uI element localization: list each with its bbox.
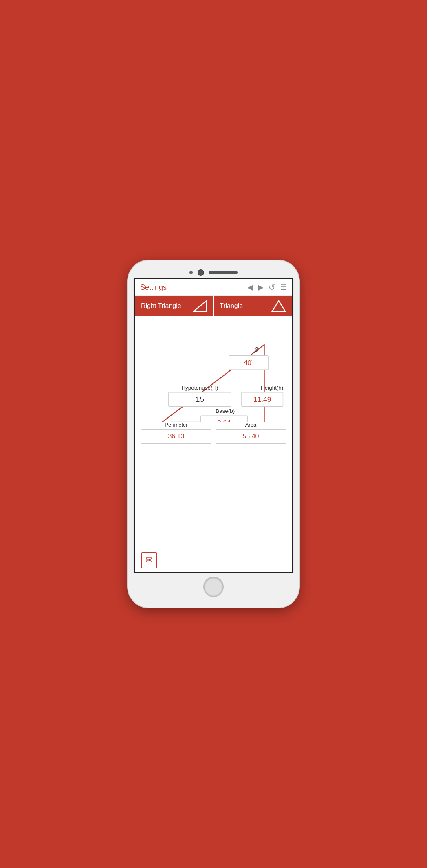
svg-text:β: β [254,346,258,353]
svg-text:Hypotenuse(H): Hypotenuse(H) [181,385,218,391]
svg-text:9.64: 9.64 [217,419,231,422]
tab-right-triangle-label: Right Triangle [141,302,181,310]
phone-top-bar [133,265,294,278]
tab-triangle-label: Triangle [220,302,243,310]
area-input[interactable]: 55.40 [216,429,286,444]
mail-icon: ✉ [145,555,153,566]
header-icons: ◀ ▶ ↺ ☰ [247,282,287,292]
perimeter-label: Perimeter [141,422,211,428]
settings-label: Settings [140,283,247,292]
triangle-icon [271,300,286,312]
back-icon[interactable]: ◀ [247,283,253,292]
speaker [209,271,238,274]
tab-triangle[interactable]: Triangle [214,296,292,316]
tab-right-triangle[interactable]: Right Triangle [135,296,214,316]
phone-frame: Settings ◀ ▶ ↺ ☰ Right Triangle [128,260,299,608]
home-button[interactable] [203,577,224,597]
mail-button[interactable]: ✉ [141,552,157,568]
tab-bar: Right Triangle Triangle [135,296,292,316]
triangle-diagram: α β 40˚ 50˚ Hypotenuse(H) 15 [135,316,292,422]
area-group: Area 55.40 [216,422,286,444]
svg-marker-1 [272,301,285,311]
area-label: Area [216,422,286,428]
svg-text:Base(b): Base(b) [216,408,235,414]
screen: Settings ◀ ▶ ↺ ☰ Right Triangle [134,278,293,573]
sensor [189,271,193,274]
menu-icon[interactable]: ☰ [280,283,287,292]
bottom-bar: ✉ [135,549,292,572]
diagram-svg: α β 40˚ 50˚ Hypotenuse(H) 15 [139,320,288,422]
right-triangle-icon [193,300,207,312]
perimeter-group: Perimeter 36.13 [141,422,211,444]
svg-marker-0 [194,301,207,311]
svg-text:11.49: 11.49 [253,395,271,403]
perimeter-input[interactable]: 36.13 [141,429,211,444]
undo-icon[interactable]: ↺ [269,282,275,292]
phone-inner: Settings ◀ ▶ ↺ ☰ Right Triangle [133,265,294,603]
app-header: Settings ◀ ▶ ↺ ☰ [135,279,292,296]
perimeter-area-row: Perimeter 36.13 Area 55.40 [141,422,286,444]
svg-text:Height(h): Height(h) [261,385,283,391]
svg-text:40˚: 40˚ [244,359,254,367]
svg-text:15: 15 [196,395,204,403]
forward-icon[interactable]: ▶ [258,283,264,292]
spacer [135,451,292,549]
camera [198,269,204,276]
fields-area: Perimeter 36.13 Area 55.40 [135,422,292,451]
phone-bottom [133,573,294,603]
